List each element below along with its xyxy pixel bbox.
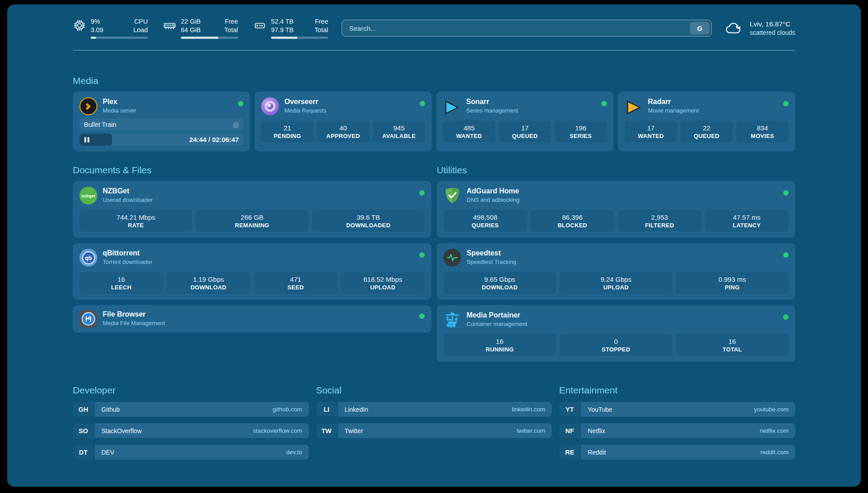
filebrowser-icon [79,310,97,328]
bookmark-dev[interactable]: DT DEVdev.to [73,445,309,460]
bookmark-group-entertainment: Entertainment YT YouTubeyoutube.com NF N… [559,385,795,460]
app-description: Series management [466,107,518,114]
card-adguard[interactable]: AdGuard Home DNS and adblocking 498,508Q… [437,181,795,238]
sonarr-icon: ▶ [443,97,461,115]
pause-button[interactable] [84,137,89,142]
section-title-utilities: Utilities [437,165,795,175]
disk-total-label: Total [314,26,328,34]
app-description: Movie management [648,107,699,114]
section-title-documents: Documents & Files [73,165,431,175]
bookmark-abbr: LI [316,402,337,417]
bookmark-abbr: RE [559,445,580,460]
app-description: DNS and adblocking [467,196,520,203]
stat-total: 16TOTAL [676,334,789,356]
app-name: Speedtest [467,249,516,257]
app-name: Media Portainer [467,311,527,319]
bookmark-youtube[interactable]: YT YouTubeyoutube.com [559,402,795,417]
bookmark-domain: dev.to [286,449,302,455]
top-bar: 9% 3.09 CPU Load [73,17,795,39]
section-title-media: Media [73,75,795,86]
stat-queued: 17QUEUED [499,121,551,142]
bookmark-linkedin[interactable]: LI LinkedInlinkedin.com [316,402,552,417]
card-qbittorrent[interactable]: qb qBittorrent Torrent downloader 16LEEC… [73,243,431,300]
section-title-social: Social [316,385,552,396]
stat-queued: 22QUEUED [680,121,733,142]
bookmark-domain: github.com [273,406,302,413]
bookmark-domain: linkedin.com [512,406,545,413]
bookmark-name: LinkedIn [345,406,368,413]
memory-stat-widget: 22 GiB 64 GiB Free Total [163,17,238,39]
bookmark-name: YouTube [588,406,612,413]
search-provider-button[interactable]: G [690,22,709,34]
cpu-load-value: 3.09 [91,26,103,34]
search-input[interactable] [342,20,712,37]
bookmark-domain: twitter.com [517,427,546,434]
player-progress-row: 24:44 / 02:06:47 [79,134,243,146]
bookmark-abbr: SO [73,423,94,438]
stat-downloaded: 39.6 TBDOWNLOADED [312,210,425,232]
radarr-icon: ▶ [625,97,643,115]
plex-icon [79,97,97,115]
status-indicator [783,101,789,106]
card-portainer[interactable]: Media Portainer Container management 16R… [437,305,795,362]
app-description: Media server [103,107,136,114]
card-nzbget[interactable]: nzbget NZBGet Usenet downloader 744.21 M… [73,181,431,238]
cloud-icon [725,21,744,35]
adguard-icon [443,187,461,205]
app-description: Torrent downloader [103,259,152,265]
app-name: File Browser [103,310,165,318]
bookmark-domain: stackoverflow.com [253,427,302,434]
bookmark-name: DEV [101,449,114,456]
stat-download: 1.19 GbpsDOWNLOAD [167,272,250,294]
card-speedtest[interactable]: Speedtest Speedtest Tracking 9.65 GbpsDO… [437,243,795,300]
card-sonarr[interactable]: ▶ Sonarr Series management 485WANTED 17Q… [436,92,613,151]
stat-latency: 47.57 msLATENCY [705,210,789,232]
card-radarr[interactable]: ▶ Radarr Movie management 17WANTED 22QUE… [618,92,795,151]
bookmark-domain: reddit.com [760,449,789,455]
stat-leech: 16LEECH [79,272,163,294]
bookmark-abbr: YT [559,402,580,417]
stat-pending: 21PENDING [261,121,313,142]
bookmark-github[interactable]: GH Githubgithub.com [73,402,309,417]
bookmark-domain: netflix.com [760,427,789,434]
app-name: AdGuard Home [467,187,520,195]
stat-filtered: 2,953FILTERED [618,210,701,232]
app-name: Radarr [648,98,699,106]
cpu-usage-value: 9% [91,17,103,26]
bookmark-netflix[interactable]: NF Netflixnetflix.com [559,423,795,438]
header-divider [73,50,795,50]
memory-progress-bar [181,37,238,39]
section-title-developer: Developer [73,385,309,396]
status-indicator [601,101,607,106]
card-overseerr[interactable]: Overseerr Media Requests 21PENDING 40APP… [255,92,432,151]
bookmark-name: Reddit [588,449,605,456]
gear-icon[interactable] [233,120,239,129]
card-plex[interactable]: Plex Media server Bullet Train 24:44 / 0… [73,92,250,151]
app-name: Sonarr [466,98,518,106]
stat-seed: 471SEED [254,272,338,294]
stat-download: 9.65 GbpsDOWNLOAD [443,272,556,294]
stat-running: 16RUNNING [443,334,556,356]
section-title-entertainment: Entertainment [559,385,795,396]
bookmark-reddit[interactable]: RE Redditreddit.com [559,445,795,460]
bookmark-abbr: GH [73,402,94,417]
disk-icon [253,19,267,32]
bookmark-domain: youtube.com [754,406,789,413]
app-name: qBittorrent [103,249,152,257]
weather-widget: Lviv, 16.87°C scattered clouds [725,20,795,36]
bookmark-abbr: NF [559,423,580,438]
stat-ping: 0.993 msPING [676,272,789,294]
playback-time: 24:44 / 02:06:47 [189,136,239,143]
section-media: Media Plex Media server Bullet Train [73,75,795,151]
cpu-icon [73,19,86,32]
nzbget-icon: nzbget [79,187,97,205]
speedtest-icon [443,249,461,267]
memory-total-value: 64 GiB [181,26,200,34]
status-indicator [419,190,425,196]
bookmark-twitter[interactable]: TW Twittertwitter.com [316,423,552,438]
card-filebrowser[interactable]: File Browser Media File Management [73,305,431,333]
section-documents: Documents & Files nzbget NZBGet Usenet d… [73,165,431,362]
app-name: Overseerr [284,98,326,106]
disk-total-value: 97.9 TB [271,26,294,34]
bookmark-stackoverflow[interactable]: SO StackOverflowstackoverflow.com [73,423,309,438]
